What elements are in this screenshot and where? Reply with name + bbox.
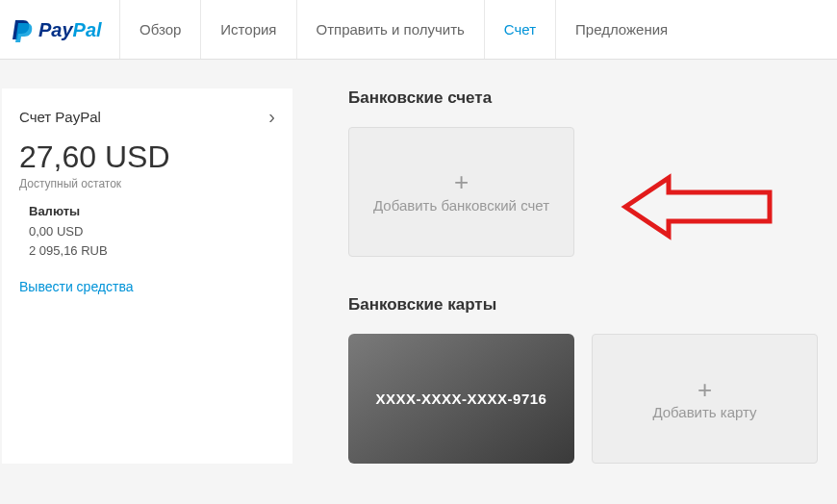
account-title: Счет PayPal — [19, 109, 101, 125]
plus-icon: + — [454, 169, 469, 194]
nav-account[interactable]: Счет — [484, 0, 555, 59]
balance-label: Доступный остаток — [19, 177, 275, 190]
add-bank-account-tile[interactable]: + Добавить банковский счет — [348, 127, 574, 257]
header: PayPal Обзор История Отправить и получит… — [0, 0, 837, 60]
currency-item: 0,00 USD — [29, 222, 275, 241]
nav-overview[interactable]: Обзор — [119, 0, 200, 59]
chevron-right-icon: › — [268, 106, 275, 128]
balance-sidebar: Счет PayPal › 27,60 USD Доступный остато… — [2, 88, 292, 464]
main: Банковские счета + Добавить банковский с… — [348, 88, 837, 464]
cards-section-title: Банковские карты — [348, 295, 818, 315]
account-row[interactable]: Счет PayPal › — [19, 106, 275, 128]
plus-icon: + — [698, 377, 712, 402]
card-number: XXXX-XXXX-XXXX-9716 — [376, 391, 547, 407]
nav-send-receive[interactable]: Отправить и получить — [296, 0, 484, 59]
nav-history[interactable]: История — [200, 0, 295, 59]
nav-offers[interactable]: Предложения — [555, 0, 687, 59]
withdraw-link[interactable]: Вывести средства — [19, 279, 275, 294]
top-nav: Обзор История Отправить и получить Счет … — [119, 0, 687, 59]
svg-text:PayPal: PayPal — [38, 19, 102, 40]
bank-section-title: Банковские счета — [348, 88, 818, 108]
balance-amount: 27,60 USD — [19, 139, 275, 175]
bank-card-tile[interactable]: XXXX-XXXX-XXXX-9716 — [348, 334, 574, 464]
paypal-logo[interactable]: PayPal — [12, 16, 119, 43]
content: Счет PayPal › 27,60 USD Доступный остато… — [0, 60, 837, 464]
currencies-title: Валюты — [29, 204, 275, 218]
add-card-label: Добавить карту — [652, 404, 756, 420]
add-bank-label: Добавить банковский счет — [373, 196, 549, 215]
add-card-tile[interactable]: + Добавить карту — [592, 334, 818, 464]
currency-item: 2 095,16 RUB — [29, 241, 275, 261]
